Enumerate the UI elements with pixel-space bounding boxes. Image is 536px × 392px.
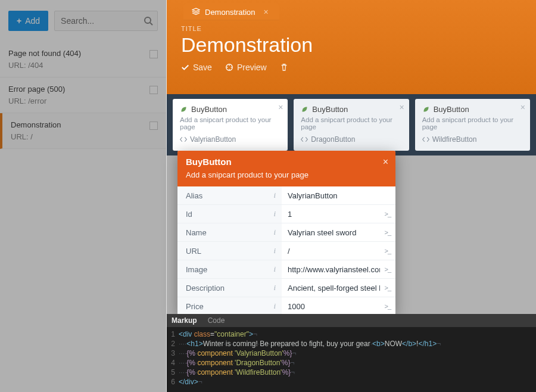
compass-icon <box>225 63 233 71</box>
title-label: TITLE <box>181 25 522 32</box>
leaf-icon <box>422 105 430 113</box>
component-card-dragon[interactable]: × BuyButton Add a snipcart product to yo… <box>294 99 409 151</box>
info-icon[interactable]: i <box>273 228 276 237</box>
component-strip: × BuyButton Add a snipcart product to yo… <box>167 94 536 155</box>
popup-header: × BuyButton Add a snipcart product to yo… <box>177 151 395 186</box>
url-input[interactable] <box>282 242 395 260</box>
card-title: BuyButton <box>434 105 469 114</box>
field-row-url: URL i >_ <box>177 242 395 260</box>
price-input[interactable] <box>282 298 395 315</box>
code-icon <box>301 136 308 143</box>
sidebar: + Add Page not found (404) URL: /404 Err… <box>0 0 167 392</box>
save-label: Save <box>193 63 212 72</box>
field-label: URL <box>186 247 201 256</box>
leaf-icon <box>301 105 308 113</box>
info-icon[interactable]: i <box>273 301 276 311</box>
expand-icon[interactable]: >_ <box>384 266 391 273</box>
field-row-alias: Alias i <box>177 186 395 205</box>
image-input[interactable] <box>282 261 395 278</box>
close-icon[interactable]: × <box>521 102 525 112</box>
leaf-icon <box>180 105 188 113</box>
field-label: Image <box>186 265 207 274</box>
tab-close-icon[interactable]: × <box>264 7 269 17</box>
sidebar-dim-overlay <box>0 0 166 392</box>
popup-subtitle: Add a snipcart product to your page <box>186 170 387 179</box>
code-icon <box>180 136 187 143</box>
field-label: Description <box>186 284 225 293</box>
popup-close-icon[interactable]: × <box>383 157 388 167</box>
info-icon[interactable]: i <box>273 191 276 200</box>
popup-title: BuyButton <box>186 157 387 167</box>
page-header: Demonstration × TITLE Demonstration Save <box>167 0 536 94</box>
id-input[interactable] <box>282 206 395 223</box>
name-input[interactable] <box>282 224 395 241</box>
card-component: ValyrianButton <box>190 135 236 144</box>
card-subtitle: Add a snipcart product to your page <box>422 116 523 130</box>
expand-icon[interactable]: >_ <box>384 210 391 217</box>
card-title: BuyButton <box>191 105 227 114</box>
preview-button[interactable]: Preview <box>225 63 267 72</box>
field-row-description: Description i >_ <box>177 279 395 297</box>
expand-icon[interactable]: >_ <box>384 284 391 291</box>
field-label: Alias <box>186 191 202 200</box>
close-icon[interactable]: × <box>278 102 283 112</box>
code-body[interactable]: 1<div class="container">¬ 2····<h1>Winte… <box>167 327 536 389</box>
expand-icon[interactable]: >_ <box>384 247 391 254</box>
code-icon <box>422 136 429 143</box>
close-icon[interactable]: × <box>399 102 404 112</box>
info-icon[interactable]: i <box>273 283 276 293</box>
layers-icon <box>192 8 200 16</box>
field-label: Price <box>186 302 204 311</box>
card-component: DragonButton <box>311 135 355 144</box>
code-editor: Markup Code 1<div class="container">¬ 2·… <box>167 314 536 392</box>
field-label: Name <box>186 228 207 237</box>
card-subtitle: Add a snipcart product to your page <box>180 116 281 130</box>
tab-demonstration[interactable]: Demonstration × <box>183 3 279 20</box>
card-subtitle: Add a snipcart product to your page <box>301 116 401 130</box>
page-title: Demonstration <box>181 33 522 57</box>
trash-icon[interactable] <box>280 63 288 71</box>
info-icon[interactable]: i <box>273 209 276 219</box>
component-settings-popup: × BuyButton Add a snipcart product to yo… <box>177 151 395 315</box>
field-row-price: Price i >_ <box>177 297 395 315</box>
field-row-name: Name i >_ <box>177 223 395 242</box>
tab-label: Demonstration <box>205 8 255 17</box>
field-row-id: Id i >_ <box>177 205 395 223</box>
tab-markup[interactable]: Markup <box>172 316 197 325</box>
preview-label: Preview <box>237 63 267 72</box>
editor-tabs: Markup Code <box>167 314 536 327</box>
check-icon <box>181 63 189 71</box>
info-icon[interactable]: i <box>273 265 276 274</box>
component-card-wildfire[interactable]: × BuyButton Add a snipcart product to yo… <box>415 99 530 151</box>
expand-icon[interactable]: >_ <box>384 303 391 310</box>
description-input[interactable] <box>282 279 395 297</box>
card-component: WildfireButton <box>432 135 477 144</box>
field-label: Id <box>186 210 192 219</box>
info-icon[interactable]: i <box>273 246 276 256</box>
field-row-image: Image i >_ <box>177 260 395 279</box>
component-card-valyrian[interactable]: × BuyButton Add a snipcart product to yo… <box>173 99 288 151</box>
card-title: BuyButton <box>312 105 348 114</box>
save-button[interactable]: Save <box>181 63 212 72</box>
alias-input[interactable] <box>282 187 395 204</box>
expand-icon[interactable]: >_ <box>384 229 391 236</box>
tab-code[interactable]: Code <box>208 316 225 325</box>
